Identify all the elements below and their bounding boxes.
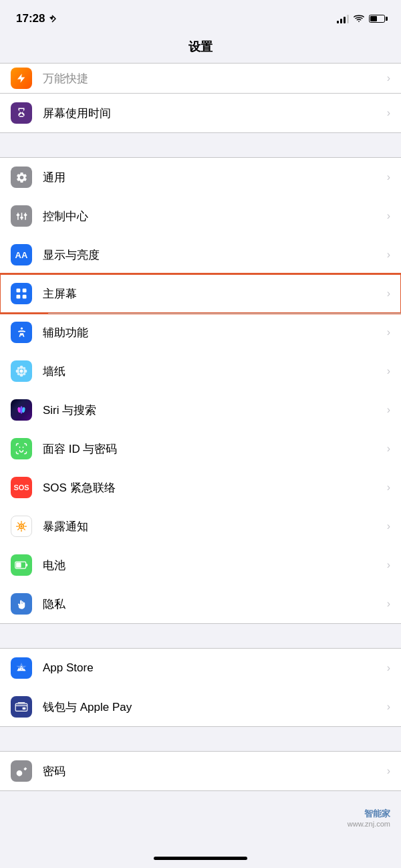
control-center-row[interactable]: 控制中心 › bbox=[0, 197, 401, 235]
exposure-label: 暴露通知 bbox=[43, 519, 382, 534]
wallpaper-chevron: › bbox=[387, 365, 390, 377]
svg-line-32 bbox=[18, 529, 19, 530]
sos-icon: SOS bbox=[11, 477, 32, 498]
svg-rect-3 bbox=[16, 214, 19, 215]
exposure-row[interactable]: 暴露通知 › bbox=[0, 507, 401, 546]
exposure-chevron: › bbox=[387, 520, 390, 532]
aa-symbol: AA bbox=[15, 250, 28, 260]
svg-rect-0 bbox=[17, 212, 19, 219]
display-chevron: › bbox=[387, 249, 390, 261]
battery-row[interactable]: 电池 › bbox=[0, 546, 401, 584]
display-icon: AA bbox=[11, 244, 32, 265]
signal-icon bbox=[337, 14, 349, 23]
status-icons bbox=[337, 14, 385, 23]
appstore-label: App Store bbox=[43, 661, 382, 675]
accessibility-symbol bbox=[15, 326, 28, 339]
group-gap-1 bbox=[0, 133, 401, 157]
passcode-chevron: › bbox=[387, 765, 390, 777]
battery-icon bbox=[369, 15, 385, 23]
home-screen-label: 主屏幕 bbox=[43, 286, 382, 302]
sos-chevron: › bbox=[387, 481, 390, 494]
privacy-label: 隐私 bbox=[43, 596, 382, 612]
exposure-icon bbox=[11, 516, 32, 537]
sos-label: SOS 紧急联络 bbox=[43, 480, 382, 496]
siri-label: Siri 与搜索 bbox=[43, 403, 382, 418]
shortcuts-icon bbox=[11, 68, 32, 89]
svg-rect-37 bbox=[15, 703, 27, 711]
settings-group-passcode: 密码 › bbox=[0, 751, 401, 791]
settings-group-main: 通用 › 控制中心 › AA 显示与亮度 › bbox=[0, 157, 401, 624]
appstore-icon: A bbox=[11, 657, 32, 679]
screen-time-label: 屏幕使用时间 bbox=[43, 106, 382, 121]
privacy-row[interactable]: 隐私 › bbox=[0, 584, 401, 623]
siri-chevron: › bbox=[387, 404, 390, 416]
control-center-label: 控制中心 bbox=[43, 209, 382, 224]
svg-rect-5 bbox=[23, 214, 27, 215]
hourglass-icon bbox=[15, 107, 27, 119]
home-screen-icon bbox=[11, 283, 32, 304]
privacy-icon bbox=[11, 593, 32, 615]
accessibility-label: 辅助功能 bbox=[43, 325, 382, 340]
control-center-icon bbox=[11, 205, 32, 227]
svg-point-13 bbox=[20, 373, 23, 376]
siri-row[interactable]: Siri 与搜索 › bbox=[0, 391, 401, 429]
svg-point-10 bbox=[20, 327, 22, 329]
general-chevron: › bbox=[387, 171, 390, 183]
wallet-row[interactable]: 钱包与 Apple Pay › bbox=[0, 687, 401, 726]
sos-row[interactable]: SOS SOS 紧急联络 › bbox=[0, 468, 401, 507]
siri-symbol bbox=[15, 403, 28, 417]
flower-icon bbox=[15, 364, 28, 378]
svg-rect-6 bbox=[17, 289, 21, 293]
svg-point-18 bbox=[17, 372, 20, 375]
svg-rect-9 bbox=[23, 295, 27, 299]
status-bar: 17:28 bbox=[0, 0, 401, 33]
svg-point-11 bbox=[20, 370, 23, 373]
group-gap-2 bbox=[0, 624, 401, 648]
general-label: 通用 bbox=[43, 170, 382, 185]
control-center-chevron: › bbox=[387, 210, 390, 222]
key-icon bbox=[15, 765, 28, 778]
wallet-chevron: › bbox=[387, 701, 390, 713]
general-icon bbox=[11, 167, 32, 188]
shortcuts-row[interactable]: 万能快捷 › bbox=[0, 64, 401, 93]
location-icon bbox=[48, 15, 56, 23]
screen-time-chevron: › bbox=[387, 107, 390, 119]
svg-line-30 bbox=[24, 529, 25, 530]
wallpaper-row[interactable]: 墙纸 › bbox=[0, 352, 401, 391]
home-indicator bbox=[154, 857, 247, 860]
screen-time-icon bbox=[11, 102, 32, 124]
wallpaper-label: 墙纸 bbox=[43, 364, 382, 379]
general-row[interactable]: 通用 › bbox=[0, 158, 401, 197]
svg-rect-8 bbox=[17, 295, 21, 299]
svg-rect-34 bbox=[16, 562, 21, 568]
sos-symbol: SOS bbox=[13, 483, 29, 492]
home-screen-chevron: › bbox=[387, 288, 390, 300]
screen-time-row[interactable]: 屏幕使用时间 › bbox=[0, 94, 401, 132]
accessibility-icon bbox=[11, 322, 32, 343]
svg-rect-7 bbox=[23, 289, 27, 293]
battery-label: 电池 bbox=[43, 558, 382, 573]
battery-chevron: › bbox=[387, 559, 390, 571]
wallpaper-icon bbox=[11, 360, 32, 382]
hand-icon bbox=[15, 598, 28, 611]
settings-group-top-partial: 万能快捷 › bbox=[0, 63, 401, 94]
wifi-icon bbox=[353, 14, 365, 23]
accessibility-row[interactable]: 辅助功能 › bbox=[0, 313, 401, 352]
home-screen-row[interactable]: 主屏幕 › bbox=[0, 274, 401, 313]
wallet-label: 钱包与 Apple Pay bbox=[43, 699, 382, 715]
passcode-label: 密码 bbox=[43, 764, 382, 779]
svg-point-14 bbox=[16, 370, 19, 373]
appstore-row[interactable]: A App Store › bbox=[0, 649, 401, 687]
appstore-chevron: › bbox=[387, 662, 390, 674]
display-label: 显示与亮度 bbox=[43, 247, 382, 263]
display-row[interactable]: AA 显示与亮度 › bbox=[0, 235, 401, 274]
face-id-chevron: › bbox=[387, 443, 390, 455]
face-id-row[interactable]: 面容 ID 与密码 › bbox=[0, 429, 401, 468]
group-gap-3 bbox=[0, 727, 401, 751]
passcode-row[interactable]: 密码 › bbox=[0, 752, 401, 790]
shortcuts-symbol bbox=[15, 72, 27, 84]
svg-point-17 bbox=[23, 367, 25, 370]
face-id-label: 面容 ID 与密码 bbox=[43, 441, 382, 457]
svg-rect-1 bbox=[21, 212, 22, 219]
svg-point-16 bbox=[17, 367, 20, 370]
